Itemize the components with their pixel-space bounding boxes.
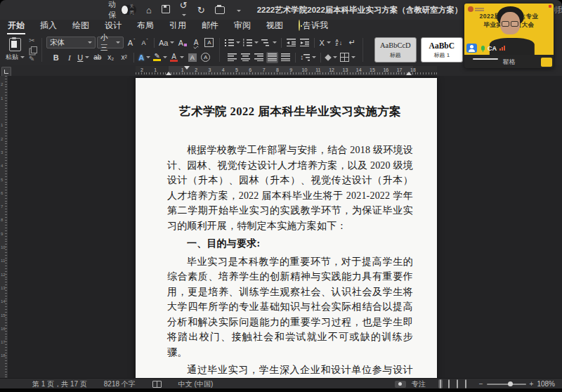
zoom-slider[interactable]: [487, 384, 526, 385]
zoom-level[interactable]: 108%: [537, 380, 555, 388]
text-effects-button[interactable]: A: [138, 52, 151, 63]
style-card-title[interactable]: AaBbCcD 标题: [374, 37, 417, 63]
line-spacing-button[interactable]: ↕: [299, 52, 317, 63]
clear-formatting-button[interactable]: A: [176, 37, 188, 48]
print-icon[interactable]: [215, 4, 225, 15]
shading-button[interactable]: [325, 52, 338, 63]
show-marks-button[interactable]: ↵: [346, 37, 358, 48]
paragraph-group: X AZ ↓ ↵ ↕: [224, 34, 358, 65]
focus-mode-icon[interactable]: [395, 381, 406, 388]
autosave-toggle[interactable]: 关闭: [121, 5, 136, 15]
webcam-window[interactable]: 2022届视觉传达专业 毕业实习动员大会 CA 翟格: [464, 4, 554, 68]
tab-邮件[interactable]: 邮件: [194, 18, 226, 34]
zoom-slider-knob[interactable]: [508, 381, 513, 386]
multilevel-list-button[interactable]: [261, 37, 277, 48]
bold-button[interactable]: B: [50, 52, 62, 63]
superscript-button[interactable]: x²: [118, 52, 130, 63]
enclose-characters-button[interactable]: A: [200, 52, 211, 63]
paragraph-2: 毕业实习是本科教学的重要环节，对于提高学生的综合素质、培养学生的创新精神与实践能…: [167, 254, 413, 360]
change-case-button[interactable]: Aa: [158, 37, 175, 48]
zoom-out-button[interactable]: −: [479, 380, 483, 388]
tab-label: 引用: [169, 20, 186, 30]
save-icon[interactable]: [162, 5, 170, 15]
tab-布局[interactable]: 布局: [129, 18, 162, 34]
strikethrough-button[interactable]: ab: [91, 52, 103, 63]
tab-视图[interactable]: 视图: [259, 18, 291, 34]
tab-审阅[interactable]: 审阅: [226, 18, 259, 34]
word-count[interactable]: 8218 个字: [104, 379, 136, 389]
styles-gallery: AaBbCcD 标题 AaBbC 标题 1: [374, 34, 463, 65]
mic-device-label: CA: [488, 45, 497, 52]
document-heading: 艺术学院 2022 届本科生毕业实习实施方案: [167, 103, 413, 120]
style-card-heading1[interactable]: AaBbC 标题 1: [421, 37, 463, 63]
tab-label: 视图: [266, 20, 283, 30]
paste-button[interactable]: 粘贴: [6, 38, 25, 62]
proofing-icon[interactable]: [152, 381, 162, 388]
undo-icon[interactable]: ↺: [180, 1, 188, 19]
tab-label: 告诉我: [303, 20, 328, 30]
phonetic-guide-button[interactable]: A: [190, 37, 202, 48]
align-left-button[interactable]: [226, 52, 238, 63]
left-indent-marker[interactable]: [166, 72, 171, 75]
font-group: 宋体 小三 Aˆ Aˇ Aa A A A B I U ab x₂ x² A ✎: [46, 34, 215, 65]
highlight-button[interactable]: ✎: [152, 52, 168, 63]
subscript-button[interactable]: x₂: [105, 52, 117, 63]
tab-label: 开始: [8, 20, 25, 30]
slide-logo-icon: [468, 6, 473, 12]
underline-button[interactable]: U: [77, 52, 90, 63]
sort-button[interactable]: AZ ↓: [333, 37, 345, 48]
focus-label[interactable]: 专注: [412, 379, 426, 389]
character-shading-button[interactable]: A: [186, 52, 198, 63]
font-size-combobox[interactable]: 小三: [97, 37, 124, 48]
italic-button[interactable]: I: [63, 52, 75, 63]
copy-icon[interactable]: [31, 46, 37, 53]
zoom-in-button[interactable]: +: [530, 380, 534, 388]
borders-button[interactable]: [339, 52, 356, 63]
font-color-button[interactable]: A: [169, 52, 185, 63]
numbering-button[interactable]: [242, 37, 259, 48]
document-page[interactable]: 艺术学院 2022 届本科生毕业实习实施方案 根据学校教学工作部署与安排，结合 …: [136, 78, 437, 378]
toolbar-more-icon[interactable]: [235, 6, 241, 15]
distribute-button[interactable]: [280, 52, 292, 63]
character-border-button[interactable]: A: [203, 37, 215, 48]
webcam-video: 2022届视觉传达专业 毕业实习动员大会 CA: [464, 4, 554, 55]
increase-indent-button[interactable]: [299, 37, 311, 48]
page-count[interactable]: 第 1 页，共 17 页: [32, 379, 87, 389]
bullets-button[interactable]: [224, 37, 241, 48]
redo-icon[interactable]: ↻: [197, 6, 205, 15]
right-indent-marker[interactable]: [406, 72, 412, 75]
web-layout-view-button[interactable]: [447, 379, 451, 388]
home-icon[interactable]: ⌂: [146, 6, 152, 15]
tab-告诉我[interactable]: 告诉我: [291, 18, 336, 34]
recording-dot-icon: [549, 5, 551, 8]
tab-selector[interactable]: [1, 67, 11, 77]
outline-view-button[interactable]: [455, 379, 459, 388]
tab-引用[interactable]: 引用: [162, 18, 194, 34]
tab-绘图[interactable]: 绘图: [65, 18, 97, 34]
screen-bottom-edge: [0, 388, 562, 392]
format-painter-icon[interactable]: ✎: [29, 55, 37, 63]
asian-layout-button[interactable]: X: [318, 37, 331, 48]
grow-font-button[interactable]: Aˆ: [125, 37, 137, 48]
align-center-button[interactable]: [240, 52, 251, 63]
first-line-indent-marker[interactable]: [184, 66, 190, 70]
font-name-combobox[interactable]: 宋体: [46, 37, 96, 48]
decrease-indent-button[interactable]: [285, 37, 297, 48]
justify-button[interactable]: [266, 52, 278, 63]
vertical-ruler-ticks: [5, 76, 7, 378]
cut-icon[interactable]: ✂: [29, 37, 37, 44]
print-layout-view-button[interactable]: [438, 379, 443, 388]
tab-label: 审阅: [234, 20, 251, 30]
style-sample: AaBbCcD: [380, 41, 411, 50]
avatar-icon[interactable]: [466, 44, 477, 53]
language-indicator[interactable]: 中文 (中国): [178, 379, 213, 389]
vertical-ruler[interactable]: 21123456789101112131415161718: [0, 76, 8, 378]
webcam-name-strip: 翟格: [464, 55, 554, 68]
shrink-font-button[interactable]: Aˇ: [138, 37, 150, 48]
align-right-button[interactable]: [253, 52, 265, 63]
participant-name: 翟格: [464, 58, 554, 67]
draft-view-button[interactable]: [464, 379, 468, 388]
microphone-icon[interactable]: [481, 46, 485, 51]
tab-插入[interactable]: 插入: [32, 18, 65, 34]
tab-开始[interactable]: 开始: [0, 18, 32, 34]
